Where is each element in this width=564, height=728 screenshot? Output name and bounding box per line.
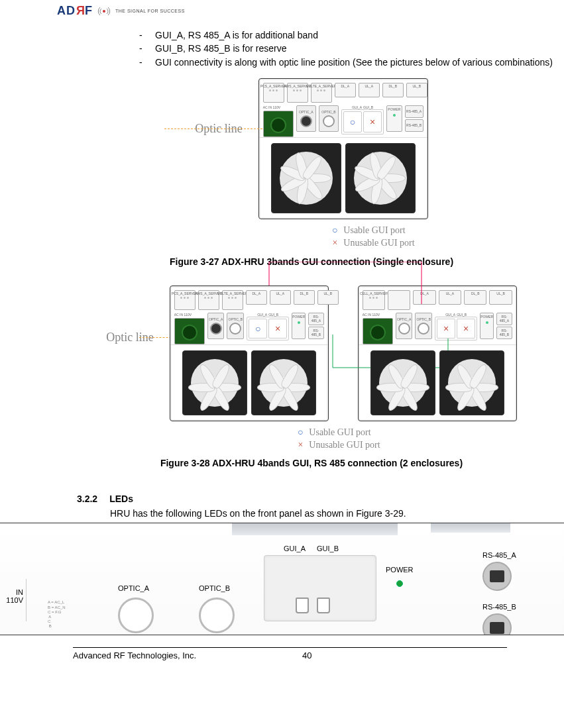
ac-pinout-text: A = AC_L B = AC_N C = F.G A C B bbox=[48, 600, 66, 629]
fan-left bbox=[370, 350, 435, 415]
unusable-icon: × bbox=[370, 117, 375, 127]
legend: ○Usable GUI port ×Unusable GUI port bbox=[296, 427, 380, 452]
footer-page: 40 bbox=[302, 650, 311, 660]
legend-usable-text: Usable GUI port bbox=[343, 225, 405, 237]
gui-a-port: × bbox=[437, 319, 455, 338]
front-panel-diagram: IN 110V A = AC_L B = AC_N C = F.G A C B … bbox=[0, 523, 564, 635]
power-led bbox=[396, 580, 403, 587]
rs485-a-label: RS-485_A bbox=[482, 551, 516, 559]
optic-a-port: OPTIC_A bbox=[207, 313, 225, 339]
unusable-symbol: × bbox=[296, 439, 305, 452]
tagline: THE SIGNAL FOR SUCCESS bbox=[115, 9, 185, 13]
ac-in-label: AC IN 110V bbox=[263, 105, 294, 109]
optic-b-port: OPTIC_B bbox=[227, 313, 244, 339]
slot-dl-b: DL_B bbox=[464, 290, 486, 305]
fan-right bbox=[439, 350, 504, 415]
logo-text: ADRF bbox=[57, 4, 93, 18]
unusable-symbol: × bbox=[330, 237, 339, 250]
rs485-b-port: RS-485_B bbox=[496, 327, 512, 339]
figure-3-28: Optic line PCS_A_SERVER AWS_A_SERVER bbox=[73, 286, 550, 476]
slot-aws-server: AWS_A_SERVER bbox=[287, 83, 308, 103]
ac-in-port bbox=[174, 318, 205, 344]
bullet-item: GUI connectivity is along with optic lin… bbox=[139, 56, 564, 69]
rs485-b-label: RS-485_B bbox=[482, 603, 516, 611]
power-indicator: POWER bbox=[480, 313, 494, 339]
optic-b-port: OPTIC_B bbox=[319, 105, 339, 132]
power-indicator: POWER bbox=[386, 105, 402, 132]
gui-a-port: ○ bbox=[249, 319, 267, 338]
section-intro: HRU has the following LEDs on the front … bbox=[110, 508, 564, 519]
optic-b-label: OPTIC_B bbox=[199, 584, 230, 592]
slot-ul-a: UL_A bbox=[439, 290, 461, 305]
optic-b-port: OPTIC_B bbox=[415, 313, 432, 339]
fan-left bbox=[182, 350, 247, 415]
rs485-a-port: RS-485_A bbox=[308, 313, 324, 325]
gui-a-port: ○ bbox=[343, 111, 362, 132]
logo-pre: AD bbox=[57, 4, 76, 17]
rs485-a-port: RS-485_A bbox=[405, 105, 423, 118]
optic-a-connector bbox=[118, 598, 154, 633]
bullet-text: GUI_B, RS 485_B is for reserve bbox=[155, 42, 286, 55]
legend: ○Usable GUI port ×Unusable GUI port bbox=[330, 225, 414, 250]
slot-dl-b: DL_B bbox=[382, 83, 404, 97]
slot-ul-a: UL_A bbox=[270, 290, 291, 305]
figure-caption: Figure 3-28 ADX-HRU 4bands GUI, RS 485 c… bbox=[73, 458, 550, 468]
slot-cell-server: CELL_A_SERVER bbox=[363, 290, 385, 310]
page-header: ADRF THE SIGNAL FOR SUCCESS bbox=[0, 0, 564, 22]
legend-unusable-text: Unusable GUI port bbox=[309, 439, 380, 452]
bullet-item: GUI_A, RS 485_A is for additional band bbox=[139, 28, 564, 42]
fan-right bbox=[251, 350, 316, 415]
slot-dl-a: DL_A bbox=[413, 290, 435, 305]
fan-left bbox=[271, 143, 341, 213]
ac-in-label: AC IN 110V bbox=[363, 313, 393, 317]
gui-b-port: × bbox=[457, 319, 475, 338]
slot-volte-server: VOLTE_A_SERVER bbox=[222, 290, 243, 310]
gui-a-label: GUI_A bbox=[352, 105, 362, 109]
slot-pcs-server: PCS_A_SERVER bbox=[263, 83, 284, 103]
bullet-item: GUI_B, RS 485_B is for reserve bbox=[139, 42, 564, 55]
footer-company: Advanced RF Technologies, Inc. bbox=[73, 650, 272, 660]
ac-in-port bbox=[363, 318, 393, 344]
device-enclosure-2: CELL_A_SERVER DL_A UL_A DL_B UL_B AC IN … bbox=[358, 286, 517, 421]
ac-in-port bbox=[263, 111, 294, 137]
slot-blank bbox=[388, 290, 410, 310]
bullet-text: GUI_A, RS 485_A is for additional band bbox=[155, 28, 318, 42]
devices-dual-wrap: PCS_A_SERVER AWS_A_SERVER VOLTE_A_SERVER… bbox=[170, 286, 517, 421]
fan-right bbox=[345, 143, 416, 213]
section-number: 3.2.2 bbox=[77, 494, 97, 504]
power-label: POWER bbox=[386, 566, 414, 574]
svg-point-0 bbox=[103, 10, 105, 13]
ac-in-label: AC IN 110V bbox=[174, 313, 205, 317]
rs485-b-port: RS-485_B bbox=[405, 119, 423, 132]
gui-b-port: × bbox=[268, 319, 287, 338]
bullet-list: GUI_A, RS 485_A is for additional band G… bbox=[139, 28, 564, 69]
gui-b-label: GUI_B bbox=[363, 105, 373, 109]
optic-a-port: OPTIC_A bbox=[396, 313, 413, 339]
slot-dl-a: DL_A bbox=[335, 83, 356, 97]
legend-usable-text: Usable GUI port bbox=[309, 427, 370, 439]
signal-icon bbox=[97, 5, 111, 17]
section-heading: 3.2.2 LEDs bbox=[77, 494, 564, 504]
section-title: LEDs bbox=[109, 494, 133, 504]
usable-symbol: ○ bbox=[330, 225, 339, 237]
power-indicator: POWER bbox=[292, 313, 306, 339]
gui-b-port bbox=[317, 598, 330, 613]
figure-3-27: Optic line PCS_A_SERVER AWS_A_SERVER VOL… bbox=[73, 78, 550, 274]
gui-b-port: × bbox=[363, 111, 382, 132]
device-enclosure-1: PCS_A_SERVER AWS_A_SERVER VOLTE_A_SERVER… bbox=[170, 286, 329, 421]
figure-caption: Figure 3-27 ADX-HRU 3bands GUI connectio… bbox=[73, 256, 550, 267]
optic-b-connector bbox=[199, 598, 235, 633]
gui-a-port bbox=[296, 598, 309, 613]
slot-ul-b: UL_B bbox=[489, 290, 512, 305]
rs485-a-port: RS-485_A bbox=[496, 313, 512, 325]
slot-volte-server: VOLTE_A_SERVER bbox=[311, 83, 332, 103]
footer: Advanced RF Technologies, Inc. 40 bbox=[0, 648, 564, 660]
logo-r: R bbox=[76, 4, 85, 18]
usable-symbol: ○ bbox=[296, 427, 305, 439]
gui-b-label: GUI_B bbox=[317, 545, 339, 552]
optic-a-label: OPTIC_A bbox=[118, 584, 149, 592]
rs485-b-port: RS-485_B bbox=[308, 327, 324, 339]
device-enclosure: PCS_A_SERVER AWS_A_SERVER VOLTE_A_SERVER… bbox=[258, 78, 428, 219]
slot-aws-server: AWS_A_SERVER bbox=[198, 290, 219, 310]
slot-dl-b: DL_B bbox=[294, 290, 315, 305]
